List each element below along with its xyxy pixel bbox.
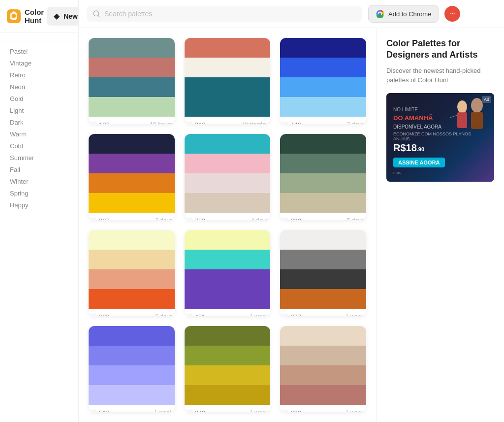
heart-icon: ♡: [91, 409, 97, 412]
color-swatch: [185, 134, 271, 154]
color-swatch: [280, 97, 366, 117]
advertisement: Ad NO LIMITE DO AMANHÃ DISPONÍVEL AGORA …: [386, 93, 494, 182]
ad-brand: NO LIMITE: [393, 107, 487, 112]
color-swatch: [89, 38, 175, 58]
palette-swatches: [185, 230, 271, 309]
like-count: 136: [99, 121, 110, 125]
time-ago: Yesterday: [242, 121, 268, 124]
logo-text: Color Hunt: [25, 8, 44, 25]
palette-swatches: [185, 134, 271, 213]
tag-retro[interactable]: Retro: [3, 69, 75, 81]
tag-neon[interactable]: Neon: [3, 81, 75, 93]
tag-spring[interactable]: Spring: [3, 188, 75, 199]
palette-swatches: [185, 38, 271, 117]
tag-vintage[interactable]: Vintage: [3, 58, 75, 69]
palette-card[interactable]: ♡ 892 5 days: [280, 134, 366, 220]
like-count: 623: [290, 409, 301, 413]
color-swatch: [280, 269, 366, 289]
palette-card[interactable]: ♡ 623 1 week: [280, 326, 366, 412]
heart-icon: ♡: [282, 409, 288, 412]
color-swatch: [185, 173, 271, 193]
search-bar[interactable]: [87, 6, 362, 22]
nav-item-new[interactable]: ◆New: [47, 7, 79, 26]
tag-pastel[interactable]: Pastel: [3, 46, 75, 57]
color-swatch: [89, 193, 175, 213]
like-button[interactable]: ♡ 623: [282, 409, 301, 412]
color-swatch: [185, 269, 271, 289]
palette-footer: ♡ 316 Yesterday: [185, 117, 271, 124]
heart-icon: ♡: [187, 313, 193, 316]
like-button[interactable]: ♡ 753: [187, 217, 206, 220]
like-count: 297: [99, 217, 110, 221]
heart-icon: ♡: [282, 313, 288, 316]
color-swatch: [280, 326, 366, 346]
palettes-grid: ♡ 136 19 hours ♡ 316 Yesterday ♡ 446 2 d…: [79, 28, 376, 422]
tag-dark[interactable]: Dark: [3, 117, 75, 128]
add-to-chrome-button[interactable]: Add to Chrome: [368, 5, 439, 23]
chrome-icon: [376, 9, 384, 18]
ad-offer-text: ECONOMIZE COM NOSSOS PLANOS ANUAIS: [393, 131, 487, 141]
like-button[interactable]: ♡ 446: [282, 121, 301, 124]
like-button[interactable]: ♡ 451: [187, 313, 206, 316]
palette-card[interactable]: ♡ 877 1 week: [280, 230, 366, 316]
color-swatch: [89, 230, 175, 250]
like-button[interactable]: ♡ 316: [187, 121, 206, 124]
color-swatch: [280, 346, 366, 365]
time-ago: 3 days: [155, 217, 172, 220]
sidebar: Color Hunt ◆New◎Popular⊙Random♡Collectio…: [0, 0, 79, 422]
palette-swatches: [280, 38, 366, 117]
like-count: 689: [99, 313, 110, 317]
color-swatch: [280, 193, 366, 213]
like-button[interactable]: ♡ 136: [91, 121, 110, 124]
logo[interactable]: Color Hunt ◆New◎Popular⊙Random♡Collectio…: [0, 0, 78, 33]
color-swatch: [280, 250, 366, 269]
ad-cta-button[interactable]: ASSINE AGORA: [393, 158, 445, 167]
palette-swatches: [89, 38, 175, 117]
palette-card[interactable]: ♡ 316 Yesterday: [185, 38, 271, 124]
palette-footer: ♡ 623 1 week: [280, 405, 366, 412]
palette-card[interactable]: ♡ 451 1 week: [185, 230, 271, 316]
search-input[interactable]: [104, 10, 356, 18]
color-swatch: [280, 365, 366, 385]
tag-warm[interactable]: Warm: [3, 129, 75, 140]
like-count: 892: [290, 217, 301, 221]
heart-icon: ♡: [187, 217, 193, 220]
palette-card[interactable]: ♡ 348 1 week: [185, 326, 271, 412]
color-swatch: [89, 385, 175, 405]
color-swatch: [280, 58, 366, 77]
ad-subtext: DISPONÍVEL AGORA: [393, 124, 487, 130]
tag-fall[interactable]: Fall: [3, 164, 75, 175]
palette-card[interactable]: ♡ 512 1 week: [89, 326, 175, 412]
palette-footer: ♡ 451 1 week: [185, 309, 271, 316]
tag-gold[interactable]: Gold: [3, 93, 75, 104]
tag-summer[interactable]: Summer: [3, 152, 75, 163]
palette-card[interactable]: ♡ 689 6 days: [89, 230, 175, 316]
palette-card[interactable]: ♡ 753 4 days: [185, 134, 271, 220]
palette-card[interactable]: ♡ 136 19 hours: [89, 38, 175, 124]
like-button[interactable]: ♡ 512: [91, 409, 110, 412]
time-ago: 19 hours: [150, 121, 173, 124]
heart-icon: ♡: [91, 121, 97, 124]
like-button[interactable]: ♡ 689: [91, 313, 110, 316]
tag-cold[interactable]: Cold: [3, 140, 75, 152]
heart-icon: ♡: [282, 121, 288, 124]
like-button[interactable]: ♡ 348: [187, 409, 206, 412]
tag-light[interactable]: Light: [3, 105, 75, 116]
like-count: 316: [195, 121, 206, 125]
palette-footer: ♡ 348 1 week: [185, 405, 271, 412]
color-swatch: [89, 97, 175, 117]
more-options-button[interactable]: ···: [444, 6, 460, 22]
tag-happy[interactable]: Happy: [3, 199, 75, 211]
color-swatch: [185, 193, 271, 213]
palette-card[interactable]: ♡ 446 2 days: [280, 38, 366, 124]
like-button[interactable]: ♡ 892: [282, 217, 301, 220]
svg-point-2: [94, 11, 99, 16]
like-button[interactable]: ♡ 877: [282, 313, 301, 316]
chrome-btn-label: Add to Chrome: [388, 10, 431, 18]
tag-winter[interactable]: Winter: [3, 176, 75, 187]
palette-card[interactable]: ♡ 297 3 days: [89, 134, 175, 220]
color-swatch: [185, 385, 271, 405]
color-swatch: [185, 77, 271, 97]
palette-footer: ♡ 446 2 days: [280, 117, 366, 124]
like-button[interactable]: ♡ 297: [91, 217, 110, 220]
